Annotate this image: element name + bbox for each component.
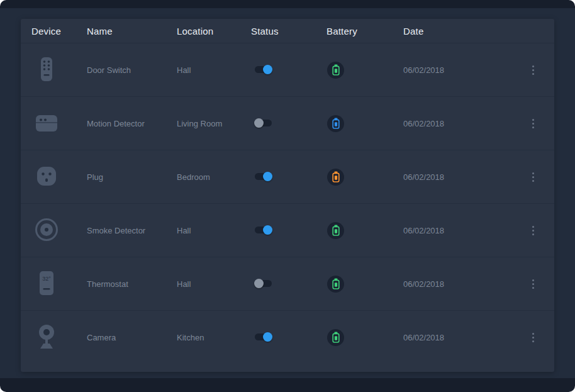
battery-icon: [332, 118, 340, 129]
battery-cell: [327, 169, 403, 186]
status-toggle[interactable]: [255, 173, 272, 180]
device-location: Living Room: [177, 119, 251, 128]
battery-cell: [327, 329, 403, 346]
device-name: Smoke Detector: [87, 226, 177, 235]
actions-cell: [523, 62, 538, 78]
toggle-knob: [263, 172, 272, 181]
table-row: Door Switch Hall 06/02/2018: [21, 43, 554, 96]
battery-icon: [332, 278, 340, 289]
camera-icon: [33, 323, 60, 350]
column-header-date: Date: [403, 26, 523, 36]
status-cell: [251, 119, 327, 128]
status-toggle[interactable]: [255, 120, 272, 126]
device-cell: [31, 55, 87, 85]
table-header-row: Device Name Location Status Battery Date: [21, 19, 554, 43]
smoke-detector-icon: [33, 216, 60, 244]
toggle-knob: [254, 118, 264, 128]
toggle-knob: [263, 65, 272, 74]
status-toggle[interactable]: [255, 280, 272, 287]
table-row: Motion Detector Living Room 06/02/2018: [21, 96, 554, 150]
kebab-menu-icon[interactable]: [528, 116, 538, 132]
svg-text:32°: 32°: [42, 276, 51, 282]
battery-indicator: [327, 222, 344, 239]
battery-icon: [332, 64, 340, 76]
device-cell: [31, 109, 87, 138]
device-location: Hall: [177, 65, 251, 75]
device-cell: 32°: [31, 269, 87, 299]
toggle-knob: [254, 279, 264, 288]
status-cell: [251, 226, 327, 235]
status-cell: [251, 65, 327, 75]
table-row: Plug Bedroom 06/02/2018: [21, 150, 554, 203]
device-date: 06/02/2018: [403, 279, 523, 289]
kebab-menu-icon[interactable]: [528, 330, 538, 345]
battery-indicator: [327, 276, 344, 293]
column-header-device: Device: [31, 26, 87, 36]
status-cell: [251, 333, 327, 342]
device-location: Hall: [177, 279, 251, 289]
device-date: 06/02/2018: [403, 119, 523, 128]
battery-icon: [332, 225, 340, 236]
status-toggle[interactable]: [255, 227, 272, 233]
device-cell: [31, 162, 87, 192]
device-date: 06/02/2018: [403, 333, 523, 342]
table-row: Smoke Detector Hall 06/02/2018: [21, 203, 554, 257]
device-date: 06/02/2018: [403, 65, 523, 75]
column-header-status: Status: [251, 26, 327, 36]
device-name: Motion Detector: [87, 119, 177, 128]
column-header-battery: Battery: [327, 26, 403, 36]
device-cell: [31, 216, 87, 245]
kebab-menu-icon[interactable]: [528, 276, 538, 292]
battery-indicator: [327, 62, 344, 79]
app-window: Device Name Location Status Battery Date…: [0, 0, 575, 392]
device-table-card: Device Name Location Status Battery Date…: [21, 19, 554, 372]
kebab-menu-icon[interactable]: [528, 62, 538, 78]
battery-cell: [327, 276, 403, 293]
status-cell: [251, 172, 327, 182]
battery-indicator: [327, 115, 344, 132]
toggle-knob: [263, 332, 272, 342]
door-switch-icon: [33, 55, 60, 83]
battery-cell: [327, 222, 403, 239]
actions-cell: [523, 169, 538, 185]
page-background: Device Name Location Status Battery Date…: [0, 8, 575, 378]
column-header-location: Location: [177, 26, 251, 36]
device-date: 06/02/2018: [403, 226, 523, 235]
actions-cell: [523, 116, 538, 132]
table-row: 32° Thermostat Hall 06/02/2018: [21, 257, 554, 310]
battery-indicator: [327, 169, 344, 186]
kebab-menu-icon[interactable]: [528, 169, 538, 185]
status-cell: [251, 279, 327, 289]
battery-icon: [332, 171, 340, 182]
device-name: Camera: [87, 333, 177, 342]
toggle-knob: [263, 225, 272, 235]
device-location: Bedroom: [177, 172, 251, 182]
actions-cell: [523, 223, 538, 238]
table-row: Camera Kitchen 06/02/2018: [21, 310, 554, 364]
plug-icon: [33, 162, 60, 190]
kebab-menu-icon[interactable]: [528, 223, 538, 238]
battery-cell: [327, 62, 403, 79]
column-header-name: Name: [87, 26, 177, 36]
device-name: Plug: [87, 172, 177, 182]
thermostat-icon: 32°: [33, 269, 60, 297]
battery-indicator: [327, 329, 344, 346]
device-cell: [31, 323, 87, 352]
status-toggle[interactable]: [255, 333, 272, 340]
device-name: Door Switch: [87, 65, 177, 75]
device-location: Hall: [177, 226, 251, 235]
table-body: Door Switch Hall 06/02/2018: [21, 43, 554, 364]
status-toggle[interactable]: [255, 66, 272, 73]
battery-cell: [327, 115, 403, 132]
device-name: Thermostat: [87, 279, 177, 289]
actions-cell: [523, 276, 538, 292]
motion-detector-icon: [33, 109, 60, 137]
actions-cell: [523, 330, 538, 345]
device-date: 06/02/2018: [403, 172, 523, 182]
battery-icon: [332, 332, 340, 343]
device-location: Kitchen: [177, 333, 251, 342]
